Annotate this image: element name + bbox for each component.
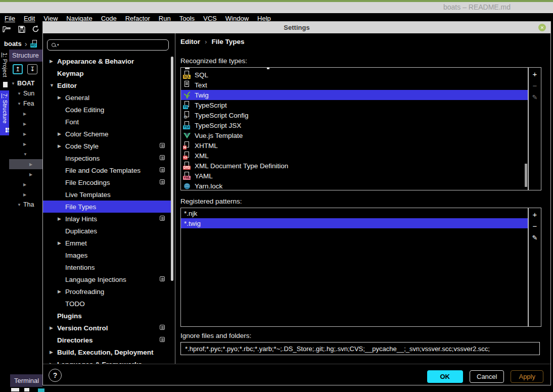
file-type-row-vue-js-template[interactable]: Vue.js Template xyxy=(181,130,528,140)
settings-tree-item-inspections[interactable]: Inspections xyxy=(43,152,171,164)
file-type-row-text[interactable]: Text xyxy=(181,80,528,90)
settings-tree-item-file-encodings[interactable]: File Encodings xyxy=(43,176,171,188)
refresh-icon[interactable] xyxy=(32,25,39,35)
file-type-row-yaml[interactable]: YMLYAML xyxy=(181,171,528,181)
settings-tree-item-plugins[interactable]: Plugins xyxy=(43,310,171,322)
structure-node[interactable]: ▶ xyxy=(9,109,42,119)
structure-node[interactable]: ▼ xyxy=(9,149,42,159)
settings-tree-item-intentions[interactable]: Intentions xyxy=(43,261,171,273)
scrollbar[interactable] xyxy=(525,164,527,187)
chevron-right-icon[interactable]: ▶ xyxy=(23,132,26,136)
file-type-row-xhtml[interactable]: HXHTML xyxy=(181,140,528,151)
chevron-right-icon[interactable]: ▶ xyxy=(29,162,32,167)
chevron-right-icon[interactable]: ▶ xyxy=(50,350,57,355)
file-type-row-xml[interactable]: <>XML xyxy=(181,151,528,161)
structure-node[interactable]: ▶ xyxy=(9,189,42,200)
structure-node-tha[interactable]: ▼Tha xyxy=(9,200,42,210)
settings-tree-item-todo[interactable]: TODO xyxy=(43,298,171,310)
breadcrumb-project[interactable]: boats xyxy=(4,40,22,47)
settings-tree-item-inlay-hints[interactable]: ▶Inlay Hints xyxy=(43,213,171,225)
file-type-row-yarn-lock[interactable]: Yarn.lock xyxy=(181,181,528,190)
ok-button[interactable]: OK xyxy=(427,370,464,383)
chevron-right-icon[interactable]: ▶ xyxy=(23,112,26,116)
settings-tree-item-general[interactable]: ▶General xyxy=(43,91,171,104)
registered-patterns-list[interactable]: *.njk*.twig xyxy=(180,208,528,327)
apply-button[interactable]: Apply xyxy=(511,370,543,383)
pattern-row-njk[interactable]: *.njk xyxy=(181,208,528,218)
markdown-file-icon[interactable]: MD xyxy=(30,40,37,47)
settings-tree-item-file-and-code-templates[interactable]: File and Code Templates xyxy=(43,164,171,176)
collapse-all-button[interactable]: ↧ xyxy=(27,64,37,74)
file-type-row-typescript[interactable]: TSTypeScript xyxy=(181,100,528,110)
settings-tree-item-duplicates[interactable]: Duplicates xyxy=(43,225,171,237)
remove-pattern-button[interactable]: − xyxy=(533,222,537,230)
breadcrumb[interactable]: boats › MD xyxy=(4,39,37,48)
chevron-down-icon[interactable]: ▾ xyxy=(57,43,59,47)
chevron-right-icon[interactable]: ▶ xyxy=(58,216,65,221)
cancel-button[interactable]: Cancel xyxy=(470,370,504,383)
ignore-files-input[interactable] xyxy=(180,342,540,355)
chevron-right-icon[interactable]: ▶ xyxy=(58,95,65,100)
settings-tree-item-code-style[interactable]: ▶Code Style xyxy=(43,140,171,152)
structure-node[interactable]: ▶ xyxy=(9,179,42,189)
chevron-right-icon[interactable]: ▶ xyxy=(23,182,26,187)
search-input[interactable] xyxy=(61,41,168,50)
settings-tree-item-editor[interactable]: ▼Editor xyxy=(43,79,171,91)
structure-node-sun[interactable]: ▼Sun xyxy=(9,88,42,99)
settings-tree-item-color-scheme[interactable]: ▶Color Scheme xyxy=(43,128,171,140)
structure-node[interactable]: ▶ xyxy=(9,129,42,139)
edit-file-type-button[interactable]: ✎ xyxy=(532,93,538,102)
chevron-down-icon[interactable]: ▼ xyxy=(23,152,27,157)
chevron-down-icon[interactable]: ▼ xyxy=(11,81,15,86)
pattern-row-twig[interactable]: *.twig xyxy=(181,218,528,228)
close-button[interactable]: ✕ xyxy=(538,24,546,31)
add-file-type-button[interactable]: + xyxy=(533,70,537,78)
chevron-right-icon[interactable]: ▶ xyxy=(23,142,26,146)
expand-all-button[interactable]: ↥ xyxy=(13,64,23,74)
remove-file-type-button[interactable]: − xyxy=(533,82,537,90)
chevron-right-icon[interactable]: ▶ xyxy=(29,172,32,177)
structure-node-boat[interactable]: ▼BOAT xyxy=(9,78,42,88)
settings-tree-item-font[interactable]: Font xyxy=(43,116,171,128)
settings-tree-item-language-injections[interactable]: Language Injections xyxy=(43,273,171,285)
open-folder-icon[interactable] xyxy=(3,26,12,35)
structure-node[interactable]: ▶ xyxy=(9,169,42,179)
chevron-right-icon[interactable]: ▶ xyxy=(23,122,26,126)
recognized-file-types-list[interactable]: SQLSQLTextTwigTSTypeScript⚙TypeScript Co… xyxy=(180,67,528,190)
add-pattern-button[interactable]: + xyxy=(533,211,537,219)
chevron-down-icon[interactable]: ▼ xyxy=(17,203,21,207)
settings-tree-item-languages-frameworks[interactable]: ▶Languages & Frameworks xyxy=(43,358,171,364)
chevron-right-icon[interactable]: ▶ xyxy=(58,131,65,136)
file-type-row-typescript-jsx[interactable]: TSXTypeScript JSX xyxy=(181,120,528,130)
settings-tree-item-version-control[interactable]: ▶Version Control xyxy=(43,322,171,334)
settings-tree-item-file-types[interactable]: File Types xyxy=(43,201,171,213)
settings-search[interactable]: ▾ xyxy=(47,39,169,51)
file-type-row-typescript-config[interactable]: ⚙TypeScript Config xyxy=(181,110,528,120)
menu-item-edit[interactable]: Edit xyxy=(24,15,35,22)
edit-pattern-button[interactable]: ✎ xyxy=(532,234,538,242)
chevron-right-icon[interactable]: ▶ xyxy=(50,325,57,330)
structure-node[interactable]: ▶ xyxy=(9,119,42,129)
settings-tree-item-emmet[interactable]: ▶Emmet xyxy=(43,237,171,249)
chevron-right-icon[interactable]: ▶ xyxy=(58,143,65,149)
chevron-right-icon[interactable]: ▶ xyxy=(50,59,57,64)
structure-node-fea[interactable]: ▼Fea xyxy=(9,99,42,109)
chevron-right-icon[interactable]: ▶ xyxy=(58,289,65,294)
settings-tree-item-live-templates[interactable]: Live Templates xyxy=(43,188,171,201)
settings-tree-item-keymap[interactable]: Keymap xyxy=(43,67,171,79)
help-button[interactable]: ? xyxy=(49,369,62,382)
chevron-down-icon[interactable]: ▼ xyxy=(50,83,57,88)
chevron-right-icon[interactable]: ▶ xyxy=(23,192,26,197)
menu-item-file[interactable]: File xyxy=(5,15,15,22)
terminal-tab[interactable]: Terminal xyxy=(10,374,42,387)
save-icon[interactable] xyxy=(18,26,25,35)
chevron-right-icon[interactable]: ▶ xyxy=(58,240,65,246)
settings-tree-item-images[interactable]: Images xyxy=(43,249,171,261)
settings-tree-item-code-editing[interactable]: Code Editing xyxy=(43,104,171,116)
settings-tree-item-proofreading[interactable]: ▶Proofreading xyxy=(43,285,171,298)
settings-tree-item-appearance-behavior[interactable]: ▶Appearance & Behavior xyxy=(43,55,171,67)
settings-tree-item-build-execution-deployment[interactable]: ▶Build, Execution, Deployment xyxy=(43,346,171,358)
file-type-row-twig[interactable]: Twig xyxy=(181,90,528,100)
stripe-tab-structure[interactable]: 7: Structure xyxy=(0,90,9,136)
chevron-down-icon[interactable]: ▼ xyxy=(17,102,21,106)
